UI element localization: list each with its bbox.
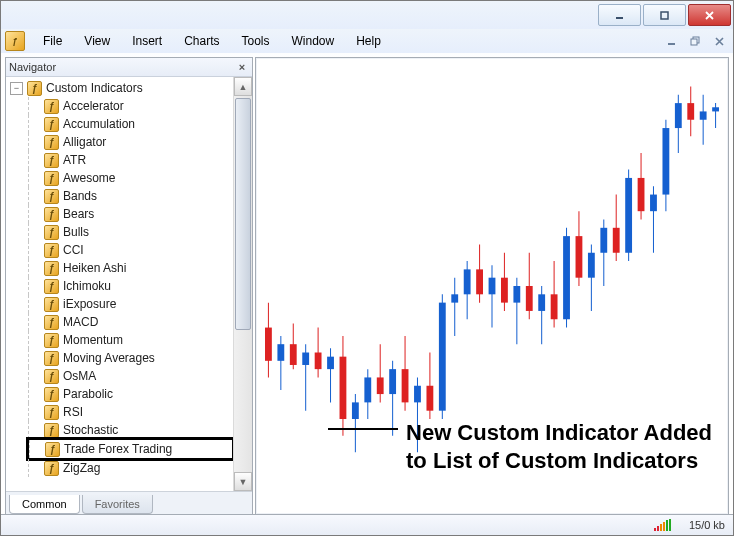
tree-item-label: CCI (63, 243, 84, 257)
window-maximize-button[interactable] (643, 4, 686, 26)
tree-item[interactable]: Accumulation (28, 115, 233, 133)
tree-item[interactable]: ATR (28, 151, 233, 169)
tree-item-label: Ichimoku (63, 279, 111, 293)
mdi-minimize-button[interactable] (661, 33, 681, 49)
tree-item[interactable]: Accelerator (28, 97, 233, 115)
svg-rect-36 (451, 294, 458, 302)
indicator-fx-icon (44, 297, 59, 312)
indicator-fx-icon (45, 442, 60, 457)
svg-rect-50 (538, 294, 545, 311)
menu-window[interactable]: Window (282, 31, 345, 51)
tree-item-label: Moving Averages (63, 351, 155, 365)
tree-item-label: Stochastic (63, 423, 118, 437)
tree-item[interactable]: Stochastic (28, 421, 233, 439)
tree-item-label: Parabolic (63, 387, 113, 401)
tree-item[interactable]: RSI (28, 403, 233, 421)
connection-bars-icon (654, 519, 671, 531)
annotation-line1: New Custom Indicator Added (406, 419, 712, 447)
tree-item[interactable]: Bears (28, 205, 233, 223)
tree-line (28, 151, 40, 169)
tree-item-label: Bulls (63, 225, 89, 239)
svg-rect-46 (513, 286, 520, 303)
svg-rect-40 (476, 269, 483, 294)
mdi-close-button[interactable] (709, 33, 729, 49)
mdi-restore-button[interactable] (685, 33, 705, 49)
tree-item[interactable]: Bands (28, 187, 233, 205)
tree-item-label: RSI (63, 405, 83, 419)
svg-rect-78 (712, 107, 719, 111)
tree-line (28, 385, 40, 403)
navigator-close-button[interactable]: × (235, 60, 249, 74)
tree-line (28, 223, 40, 241)
indicator-fx-icon (44, 261, 59, 276)
tree-item-label: Accelerator (63, 99, 124, 113)
tree-line (28, 367, 40, 385)
svg-rect-26 (389, 369, 396, 394)
svg-rect-18 (340, 357, 347, 419)
menu-tools[interactable]: Tools (232, 31, 280, 51)
tree-item[interactable]: Alligator (28, 133, 233, 151)
menu-help[interactable]: Help (346, 31, 391, 51)
tree-item[interactable]: MACD (28, 313, 233, 331)
tree-item[interactable]: Heiken Ashi (28, 259, 233, 277)
annotation-connector (328, 428, 398, 430)
tree-line (28, 349, 40, 367)
tree-item[interactable]: Moving Averages (28, 349, 233, 367)
tree-item[interactable]: Trade Forex Trading (28, 439, 233, 459)
tree-item[interactable]: Momentum (28, 331, 233, 349)
tree-line (28, 313, 40, 331)
menu-charts[interactable]: Charts (174, 31, 229, 51)
indicator-fx-icon (44, 171, 59, 186)
indicator-fx-icon (44, 369, 59, 384)
tree-item-label: OsMA (63, 369, 96, 383)
tree-line (29, 440, 41, 458)
svg-rect-68 (650, 195, 657, 212)
navigator-tree[interactable]: − Custom Indicators AcceleratorAccumulat… (6, 77, 233, 491)
tree-line (28, 169, 40, 187)
tree-line (28, 295, 40, 313)
menu-view[interactable]: View (74, 31, 120, 51)
title-bar (1, 1, 733, 29)
menu-insert[interactable]: Insert (122, 31, 172, 51)
tree-item-label: Alligator (63, 135, 106, 149)
app-logo-icon: ƒ (5, 31, 25, 51)
tab-favorites[interactable]: Favorites (82, 495, 153, 514)
tree-item[interactable]: Ichimoku (28, 277, 233, 295)
collapse-icon[interactable]: − (10, 82, 23, 95)
indicator-fx-icon (44, 405, 59, 420)
tree-item-label: Trade Forex Trading (64, 442, 172, 456)
svg-rect-32 (426, 386, 433, 411)
navigator-pane: Navigator × − Custom Indicators Accelera… (5, 57, 253, 515)
tree-line (28, 259, 40, 277)
indicator-fx-icon (44, 207, 59, 222)
tree-root-custom-indicators[interactable]: − Custom Indicators (10, 79, 233, 97)
tree-item[interactable]: Bulls (28, 223, 233, 241)
scroll-thumb[interactable] (235, 98, 251, 330)
tab-common[interactable]: Common (9, 495, 80, 514)
navigator-scrollbar[interactable]: ▲ ▼ (233, 77, 252, 491)
menu-file[interactable]: File (33, 31, 72, 51)
window-minimize-button[interactable] (598, 4, 641, 26)
svg-rect-1 (661, 12, 668, 19)
tree-item[interactable]: Awesome (28, 169, 233, 187)
scroll-up-button[interactable]: ▲ (234, 77, 252, 96)
client-area: Navigator × − Custom Indicators Accelera… (1, 53, 733, 515)
tree-item[interactable]: CCI (28, 241, 233, 259)
tree-item[interactable]: OsMA (28, 367, 233, 385)
navigator-body: − Custom Indicators AcceleratorAccumulat… (6, 77, 252, 491)
tree-item[interactable]: Parabolic (28, 385, 233, 403)
svg-rect-14 (315, 353, 322, 370)
window-close-button[interactable] (688, 4, 731, 26)
tree-item[interactable]: iExposure (28, 295, 233, 313)
tree-line (28, 421, 40, 439)
svg-rect-12 (302, 353, 309, 365)
annotation-text: New Custom Indicator Added to List of Cu… (406, 419, 712, 474)
chart-area[interactable]: New Custom Indicator Added to List of Cu… (255, 57, 729, 515)
svg-rect-74 (687, 103, 694, 120)
tree-item[interactable]: ZigZag (28, 459, 233, 477)
tree-item-label: iExposure (63, 297, 116, 311)
indicator-fx-icon (44, 351, 59, 366)
svg-rect-72 (675, 103, 682, 128)
svg-rect-62 (613, 228, 620, 253)
scroll-down-button[interactable]: ▼ (234, 472, 252, 491)
